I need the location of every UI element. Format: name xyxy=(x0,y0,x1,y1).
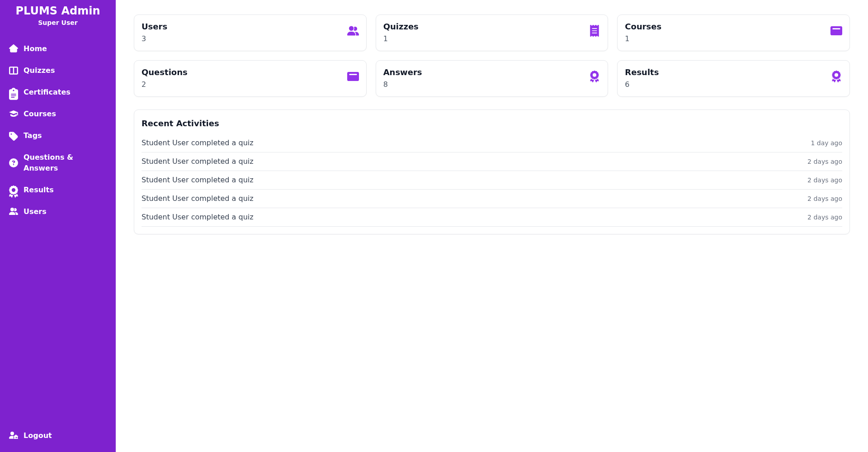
clipboard-icon xyxy=(9,88,18,97)
card-box-icon xyxy=(347,71,359,86)
activity-item: Student User completed a quiz 2 days ago xyxy=(142,171,842,190)
sidebar-item-tags[interactable]: Tags xyxy=(0,125,116,147)
sidebar-nav: Home Quizzes Certificates Courses xyxy=(0,34,116,223)
activity-desc: Student User completed a quiz xyxy=(142,138,254,148)
activity-desc: Student User completed a quiz xyxy=(142,193,254,204)
card-title: Questions xyxy=(142,66,188,78)
stat-cards: Users 3 Quizzes 1 Courses xyxy=(134,14,850,97)
card-title: Results xyxy=(625,66,659,78)
sidebar-item-label: Courses xyxy=(24,109,56,119)
card-value: 1 xyxy=(625,33,661,44)
recent-activities-title: Recent Activities xyxy=(142,117,842,129)
award-icon xyxy=(830,71,842,86)
graduation-cap-icon xyxy=(9,109,18,119)
logout-label: Logout xyxy=(24,430,52,441)
activity-time: 2 days ago xyxy=(807,213,842,222)
card-title: Users xyxy=(142,20,167,33)
columns-icon xyxy=(9,66,18,75)
card-quizzes[interactable]: Quizzes 1 xyxy=(376,14,609,51)
question-circle-icon xyxy=(9,158,18,167)
tag-icon xyxy=(9,131,18,140)
activity-item: Student User completed a quiz 2 days ago xyxy=(142,190,842,208)
users-icon xyxy=(9,207,18,216)
card-title: Quizzes xyxy=(383,20,419,33)
users-icon xyxy=(347,25,359,40)
card-questions[interactable]: Questions 2 xyxy=(134,60,367,97)
recent-activities-list: Student User completed a quiz 1 day ago … xyxy=(142,134,842,227)
sidebar-item-certificates[interactable]: Certificates xyxy=(0,81,116,103)
activity-desc: Student User completed a quiz xyxy=(142,212,254,223)
card-results[interactable]: Results 6 xyxy=(617,60,850,97)
card-value: 6 xyxy=(625,79,659,90)
logout-button[interactable]: Logout xyxy=(0,425,116,452)
card-value: 1 xyxy=(383,33,419,44)
card-value: 2 xyxy=(142,79,188,90)
activity-desc: Student User completed a quiz xyxy=(142,175,254,186)
receipt-icon xyxy=(589,25,600,40)
card-answers[interactable]: Answers 8 xyxy=(376,60,609,97)
award-icon xyxy=(589,71,600,86)
main-content: Users 3 Quizzes 1 Courses xyxy=(116,0,868,452)
sidebar-item-users[interactable]: Users xyxy=(0,201,116,223)
activity-time: 2 days ago xyxy=(807,176,842,185)
sidebar-item-label: Tags xyxy=(24,130,42,141)
sidebar-item-label: Results xyxy=(24,185,54,195)
sidebar-item-label: Quizzes xyxy=(24,65,55,76)
card-title: Answers xyxy=(383,66,422,78)
award-icon xyxy=(9,186,18,195)
brand-title: PLUMS Admin xyxy=(0,4,116,18)
user-gear-icon xyxy=(9,431,18,440)
home-icon xyxy=(9,44,18,53)
card-value: 3 xyxy=(142,33,167,44)
activity-item: Student User completed a quiz 1 day ago xyxy=(142,134,842,152)
activity-item: Student User completed a quiz 2 days ago xyxy=(142,152,842,171)
activity-time: 2 days ago xyxy=(807,157,842,167)
sidebar-item-home[interactable]: Home xyxy=(0,38,116,60)
activity-item: Student User completed a quiz 2 days ago xyxy=(142,208,842,227)
sidebar-item-label: Questions & Answers xyxy=(24,152,107,174)
sidebar: PLUMS Admin Super User Home Quizzes Ce xyxy=(0,0,116,452)
brand: PLUMS Admin Super User xyxy=(0,0,116,27)
brand-subtitle: Super User xyxy=(0,18,116,27)
recent-activities-panel: Recent Activities Student User completed… xyxy=(134,109,850,234)
sidebar-item-results[interactable]: Results xyxy=(0,179,116,201)
card-box-icon xyxy=(830,25,842,40)
activity-time: 2 days ago xyxy=(807,194,842,204)
card-title: Courses xyxy=(625,20,661,33)
activity-time: 1 day ago xyxy=(811,138,842,148)
sidebar-item-questions-answers[interactable]: Questions & Answers xyxy=(0,147,116,179)
sidebar-item-courses[interactable]: Courses xyxy=(0,103,116,125)
card-users[interactable]: Users 3 xyxy=(134,14,367,51)
sidebar-item-label: Users xyxy=(24,206,47,217)
sidebar-item-label: Certificates xyxy=(24,87,71,98)
activity-desc: Student User completed a quiz xyxy=(142,156,254,167)
card-value: 8 xyxy=(383,79,422,90)
card-courses[interactable]: Courses 1 xyxy=(617,14,850,51)
sidebar-item-label: Home xyxy=(24,43,47,54)
sidebar-item-quizzes[interactable]: Quizzes xyxy=(0,60,116,81)
